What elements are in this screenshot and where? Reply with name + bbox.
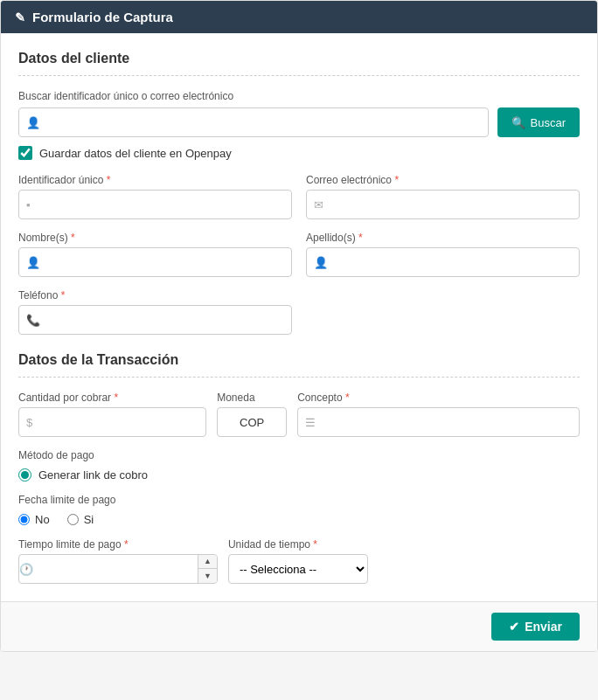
search-input-group: 👤 (18, 107, 489, 137)
id-field-group: Identificador único * ▪ (18, 174, 292, 219)
user-search-icon: 👤 (26, 116, 40, 129)
transaction-section-title: Datos de la Transacción (18, 352, 580, 368)
amount-input-wrapper: $ (18, 407, 206, 437)
currency-box: COP (217, 407, 287, 437)
form-header: ✎ Formulario de Captura (1, 1, 597, 33)
checkmark-icon: ✔ (509, 620, 519, 634)
search-row: 👤 🔍 Buscar (18, 107, 580, 137)
lastname-icon: 👤 (314, 256, 328, 269)
concept-icon: ☰ (305, 416, 316, 429)
time-limit-input[interactable] (37, 563, 198, 576)
phone-input[interactable] (44, 314, 284, 327)
time-unit-select-wrapper: -- Selecciona -- Horas Días Semanas (228, 554, 368, 584)
customer-section-title: Datos del cliente (18, 51, 580, 66)
payment-method-label: Método de pago (18, 449, 580, 461)
id-input[interactable] (34, 198, 284, 211)
currency-field-group: Moneda COP (217, 392, 287, 437)
time-unit-select[interactable]: -- Selecciona -- Horas Días Semanas (229, 555, 367, 583)
form-title: Formulario de Captura (32, 10, 173, 24)
phone-icon: 📞 (26, 314, 40, 327)
date-no-radio[interactable] (18, 514, 30, 525)
clock-icon: 🕐 (19, 563, 33, 576)
date-no-label[interactable]: No (35, 513, 50, 526)
date-limit-label: Fecha limite de pago (18, 494, 580, 506)
date-yes-radio[interactable] (67, 514, 79, 525)
save-checkbox[interactable] (18, 146, 32, 160)
generate-link-radio[interactable] (18, 468, 31, 482)
spinner-controls: ▲ ▼ (198, 554, 217, 584)
phone-label: Teléfono * (18, 289, 292, 301)
currency-label: Moneda (217, 392, 287, 404)
lastname-field-group: Apellido(s) * 👤 (306, 232, 580, 277)
payment-method-radio-row: Generar link de cobro (18, 468, 580, 482)
id-email-row: Identificador único * ▪ Correo electróni… (18, 174, 580, 219)
customer-section: Datos del cliente Buscar identificador ú… (18, 51, 580, 335)
concept-required: * (345, 392, 350, 404)
phone-field-group: Teléfono * 📞 (18, 289, 292, 335)
id-input-wrapper: ▪ (18, 190, 292, 219)
time-limit-field-group: Tiempo limite de pago * 🕐 ▲ ▼ (18, 538, 218, 584)
transaction-divider (18, 377, 580, 378)
time-unit-field-group: Unidad de tiempo * -- Selecciona -- Hora… (228, 538, 368, 584)
search-icon: 🔍 (511, 116, 525, 129)
email-input-wrapper: ✉ (306, 190, 580, 219)
id-required: * (107, 174, 111, 186)
concept-label: Concepto * (297, 392, 580, 404)
name-lastname-row: Nombre(s) * 👤 Apellido(s) * 👤 (18, 232, 580, 277)
name-input[interactable] (44, 256, 284, 269)
time-unit-label: Unidad de tiempo * (228, 538, 368, 551)
search-label: Buscar identificador único o correo elec… (18, 90, 580, 102)
generate-link-label[interactable]: Generar link de cobro (38, 468, 148, 482)
time-limit-spinner: 🕐 ▲ ▼ (18, 554, 218, 584)
name-input-wrapper: 👤 (18, 247, 292, 277)
search-input[interactable] (44, 116, 481, 129)
search-button[interactable]: 🔍 Buscar (497, 107, 580, 137)
payment-method-section: Método de pago Generar link de cobro (18, 449, 580, 482)
time-limit-required: * (124, 538, 129, 551)
lastname-input-wrapper: 👤 (306, 247, 580, 277)
name-required: * (71, 232, 75, 244)
email-required: * (394, 174, 399, 186)
lastname-label: Apellido(s) * (306, 232, 580, 244)
spinner-up-button[interactable]: ▲ (198, 554, 217, 569)
amount-required: * (114, 392, 118, 404)
date-limit-section: Fecha limite de pago No Si (18, 494, 580, 526)
date-limit-radio-group: No Si (18, 513, 580, 526)
lastname-required: * (358, 232, 363, 244)
form-container: ✎ Formulario de Captura Datos del client… (0, 0, 598, 652)
save-checkbox-label[interactable]: Guardar datos del cliente en Openpay (39, 147, 232, 160)
phone-spacer (306, 289, 580, 335)
save-customer-row: Guardar datos del cliente en Openpay (18, 146, 580, 160)
search-button-label: Buscar (531, 116, 566, 129)
email-icon: ✉ (314, 198, 323, 211)
form-footer: ✔ Enviar (1, 601, 597, 651)
phone-row: Teléfono * 📞 (18, 289, 580, 335)
amount-label: Cantidad por cobrar * (18, 392, 206, 404)
time-limit-label: Tiempo limite de pago * (18, 538, 218, 551)
amount-row: Cantidad por cobrar * $ Moneda COP Conce… (18, 392, 580, 437)
amount-field-group: Cantidad por cobrar * $ (18, 392, 206, 437)
date-yes-item: Si (67, 513, 94, 526)
concept-input-wrapper: ☰ (297, 407, 580, 437)
name-icon: 👤 (26, 256, 40, 269)
submit-button[interactable]: ✔ Enviar (491, 613, 580, 641)
concept-input[interactable] (319, 416, 572, 429)
form-body: Datos del cliente Buscar identificador ú… (1, 33, 597, 584)
spinner-down-button[interactable]: ▼ (198, 569, 217, 584)
lastname-input[interactable] (331, 256, 572, 269)
time-limit-row: Tiempo limite de pago * 🕐 ▲ ▼ Unid (18, 538, 580, 584)
dollar-icon: $ (26, 416, 32, 429)
date-no-item: No (18, 513, 50, 526)
id-icon: ▪ (26, 198, 31, 211)
transaction-section: Datos de la Transacción Cantidad por cob… (18, 352, 580, 584)
id-label: Identificador único * (18, 174, 292, 186)
amount-input[interactable] (36, 416, 198, 429)
date-yes-label[interactable]: Si (84, 513, 94, 526)
phone-required: * (61, 289, 66, 301)
customer-divider (18, 75, 580, 76)
email-field-group: Correo electrónico * ✉ (306, 174, 580, 219)
email-input[interactable] (327, 198, 572, 211)
time-unit-required: * (313, 538, 317, 551)
email-label: Correo electrónico * (306, 174, 580, 186)
phone-input-wrapper: 📞 (18, 305, 292, 335)
